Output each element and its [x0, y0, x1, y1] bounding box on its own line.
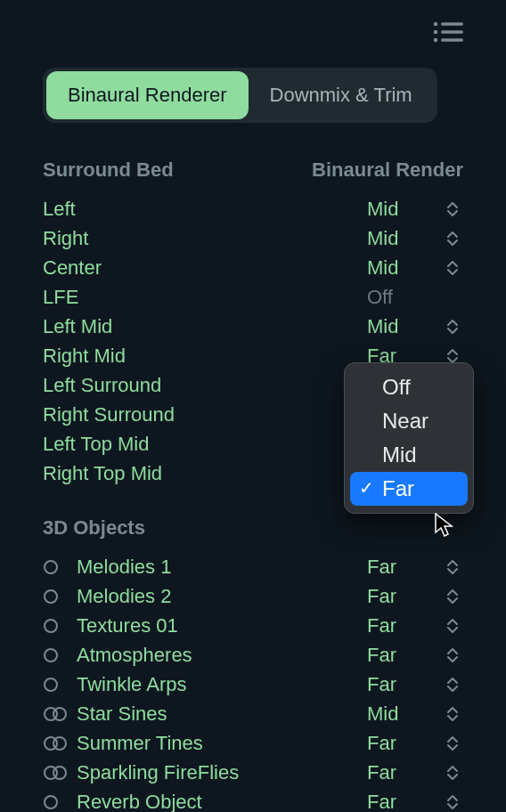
svg-point-6: [45, 561, 57, 573]
stepper-icon[interactable]: [442, 559, 463, 575]
object-row: Textures 01Far: [43, 611, 463, 640]
stepper-icon[interactable]: [442, 319, 463, 335]
stepper-icon[interactable]: [442, 765, 463, 781]
dropdown-option[interactable]: Off: [350, 370, 468, 404]
binaural-value[interactable]: Far: [367, 732, 442, 755]
svg-point-0: [434, 22, 438, 27]
svg-point-12: [53, 708, 66, 720]
svg-rect-3: [441, 30, 463, 34]
bed-channel-name: Right Surround: [43, 403, 367, 426]
bed-channel-name: Right: [43, 227, 367, 250]
binaural-value[interactable]: Far: [367, 556, 442, 579]
mono-icon: [43, 794, 77, 810]
bed-row: LFEOff: [43, 282, 463, 312]
svg-point-17: [45, 796, 57, 808]
bed-row: Left MidMid: [43, 312, 463, 341]
binaural-value[interactable]: Mid: [367, 198, 442, 221]
binaural-value[interactable]: Far: [367, 644, 442, 667]
col-header-surround-bed: Surround Bed: [43, 158, 174, 182]
binaural-value[interactable]: Far: [367, 791, 442, 813]
svg-point-7: [45, 590, 57, 603]
object-name: Reverb Object: [77, 791, 367, 813]
binaural-value[interactable]: Mid: [367, 227, 442, 250]
stepper-icon[interactable]: [442, 589, 463, 605]
dropdown-option[interactable]: Far: [350, 472, 468, 506]
mono-icon: [43, 618, 77, 634]
binaural-value[interactable]: Mid: [367, 315, 442, 338]
stepper-icon[interactable]: [442, 794, 463, 810]
object-row: Reverb ObjectFar: [43, 787, 463, 812]
bed-channel-name: Left Surround: [43, 374, 367, 397]
binaural-value[interactable]: Far: [367, 761, 442, 784]
col-header-binaural-render: Binaural Render: [312, 158, 463, 182]
svg-point-16: [53, 767, 66, 779]
stereo-icon: [43, 735, 77, 751]
object-name: Melodies 2: [77, 585, 367, 608]
svg-point-14: [53, 737, 66, 750]
bed-channel-name: Left Mid: [43, 315, 367, 338]
svg-point-9: [45, 649, 57, 662]
object-row: Star SinesMid: [43, 699, 463, 728]
mono-icon: [43, 647, 77, 663]
binaural-value[interactable]: Far: [367, 673, 442, 696]
bed-row: RightMid: [43, 223, 463, 253]
bed-channel-name: Right Mid: [43, 345, 367, 368]
bed-row: CenterMid: [43, 253, 463, 282]
bed-channel-name: LFE: [43, 286, 367, 309]
object-name: Summer Tines: [77, 732, 367, 755]
binaural-value-dropdown[interactable]: OffNearMidFar: [344, 362, 474, 514]
object-row: AtmospheresFar: [43, 640, 463, 670]
object-row: Twinkle ArpsFar: [43, 670, 463, 699]
object-row: Melodies 2Far: [43, 581, 463, 611]
binaural-value[interactable]: Far: [367, 614, 442, 637]
bed-channel-name: Center: [43, 256, 367, 280]
stepper-icon[interactable]: [442, 260, 463, 276]
object-name: Atmospheres: [77, 644, 367, 667]
tab-downmix-trim[interactable]: Downmix & Trim: [249, 71, 434, 119]
tab-binaural-renderer[interactable]: Binaural Renderer: [46, 71, 249, 119]
stepper-icon[interactable]: [442, 677, 463, 693]
binaural-value[interactable]: Far: [367, 585, 442, 608]
mono-icon: [43, 559, 77, 575]
svg-point-2: [434, 30, 438, 35]
section-header-3d-objects: 3D Objects: [43, 516, 463, 540]
svg-point-8: [45, 620, 57, 632]
stepper-icon[interactable]: [442, 618, 463, 634]
object-name: Star Sines: [77, 702, 367, 726]
object-name: Melodies 1: [77, 556, 367, 579]
stepper-icon[interactable]: [442, 706, 463, 722]
stepper-icon[interactable]: [442, 231, 463, 247]
stepper-icon[interactable]: [442, 647, 463, 663]
svg-point-10: [45, 678, 57, 691]
object-row: Sparkling FireFliesFar: [43, 758, 463, 787]
stepper-icon[interactable]: [442, 735, 463, 751]
stepper-icon[interactable]: [442, 348, 463, 364]
bed-row: LeftMid: [43, 194, 463, 223]
object-name: Sparkling FireFlies: [77, 761, 367, 784]
dropdown-option[interactable]: Mid: [350, 438, 468, 472]
binaural-value[interactable]: Mid: [367, 702, 442, 726]
object-name: Twinkle Arps: [77, 673, 367, 696]
mono-icon: [43, 677, 77, 693]
object-name: Textures 01: [77, 614, 367, 637]
list-icon[interactable]: [433, 21, 463, 43]
tab-bar: Binaural Renderer Downmix & Trim: [43, 68, 437, 123]
mono-icon: [43, 589, 77, 605]
object-row: Summer TinesFar: [43, 728, 463, 758]
svg-point-4: [434, 38, 438, 43]
bed-channel-name: Left: [43, 198, 367, 221]
binaural-value[interactable]: Mid: [367, 256, 442, 280]
stereo-icon: [43, 765, 77, 781]
bed-channel-name: Left Top Mid: [43, 433, 367, 456]
dropdown-option[interactable]: Near: [350, 404, 468, 438]
stepper-icon[interactable]: [442, 201, 463, 217]
binaural-value: Off: [367, 286, 442, 309]
object-row: Melodies 1Far: [43, 552, 463, 581]
svg-rect-5: [441, 38, 463, 42]
bed-channel-name: Right Top Mid: [43, 462, 367, 485]
stereo-icon: [43, 706, 77, 722]
svg-rect-1: [441, 22, 463, 26]
